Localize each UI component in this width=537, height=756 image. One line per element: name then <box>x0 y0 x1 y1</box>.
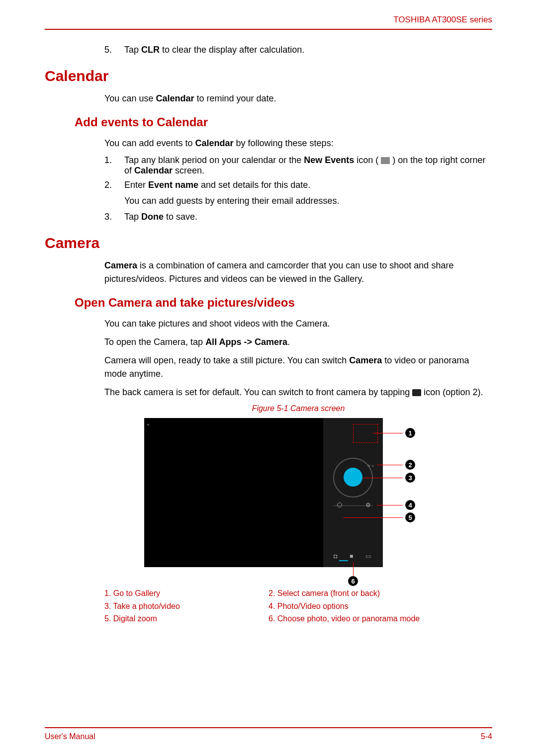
legend-left: 3. Take a photo/video <box>104 600 268 613</box>
calendar-step: 1.Tap any blank period on your calendar … <box>104 155 492 176</box>
camera-intro: Camera is a combination of camera and ca… <box>104 259 492 286</box>
mode-row: ◘ ■ ▭ <box>323 553 383 560</box>
callout-line-2 <box>377 465 403 465</box>
camera-p2: To open the Camera, tap All Apps -> Came… <box>104 336 492 349</box>
add-events-intro: You can add events to Calendar by follow… <box>104 137 492 150</box>
legend-right: 4. Photo/Video options <box>268 600 492 613</box>
callout-3: 3 <box>405 473 415 483</box>
camera-viewfinder: ▫ <box>144 418 323 567</box>
mode-underline <box>339 560 348 561</box>
panorama-mode-icon: ▭ <box>365 553 372 560</box>
camera-heading: Camera <box>45 235 492 252</box>
footer-right: 5-4 <box>481 732 492 741</box>
page-header: TOSHIBA AT300SE series <box>45 15 492 30</box>
callout-line-1 <box>373 433 403 433</box>
camera-frame: ▫ + ▫ ⚙ ◘ ■ ▭ <box>144 418 383 567</box>
camera-screenshot: ▫ + ▫ ⚙ ◘ ■ ▭ 1 2 3 <box>144 418 433 577</box>
camera-p4: The back camera is set for default. You … <box>104 386 492 399</box>
calendar-step: 2.Enter Event name and set details for t… <box>104 180 492 190</box>
focus-box <box>353 424 378 443</box>
step-number: 3. <box>104 212 124 222</box>
calc-step-5: 5. Tap CLR to clear the display after ca… <box>104 45 492 55</box>
callout-6: 6 <box>348 576 358 586</box>
step-text: Tap Done to save. <box>124 212 492 222</box>
zoom-handle <box>337 503 342 507</box>
callout-line-6 <box>353 562 354 577</box>
callout-5: 5 <box>405 512 415 522</box>
product-name: TOSHIBA AT300SE series <box>393 15 492 24</box>
legend-row: 1. Go to Gallery2. Select camera (front … <box>104 587 492 600</box>
camera-p3: Camera will open, ready to take a still … <box>104 354 492 381</box>
gallery-icon: ▫ <box>147 421 149 428</box>
legend-right: 6. Choose photo, video or panorama mode <box>268 612 492 625</box>
legend-left: 1. Go to Gallery <box>104 587 268 600</box>
callout-line-4 <box>377 505 403 505</box>
callout-4: 4 <box>405 500 415 510</box>
legend-right: 2. Select camera (front or back) <box>268 587 492 600</box>
calendar-intro: You can use Calendar to remind your date… <box>104 92 492 105</box>
legend-row: 5. Digital zoom6. Choose photo, video or… <box>104 612 492 625</box>
figure-legend: 1. Go to Gallery2. Select camera (front … <box>104 587 492 625</box>
callout-2: 2 <box>405 460 415 470</box>
step-text: Tap CLR to clear the display after calcu… <box>124 45 492 55</box>
camera-p1: You can take pictures and shoot videos w… <box>104 317 492 331</box>
calendar-step: 3.Tap Done to save. <box>104 212 492 222</box>
step-text: Enter Event name and set details for thi… <box>124 180 492 190</box>
step-subtext: You can add guests by entering their ema… <box>124 194 492 208</box>
figure-caption: Figure 5-1 Camera screen <box>104 404 492 413</box>
camera-sidebar: + ▫ ⚙ ◘ ■ ▭ <box>323 418 383 567</box>
photo-mode-icon: ◘ <box>334 553 341 560</box>
video-mode-icon: ■ <box>350 553 357 560</box>
step-number: 5. <box>104 45 124 55</box>
page-footer: User's Manual 5-4 <box>45 727 492 741</box>
callout-1: 1 <box>405 428 415 438</box>
add-events-heading: Add events to Calendar <box>75 115 492 129</box>
callout-line-3 <box>363 478 403 478</box>
step-number: 2. <box>104 180 124 190</box>
footer-left: User's Manual <box>45 732 95 741</box>
new-events-icon <box>381 157 390 164</box>
camera-switch-icon <box>412 389 421 396</box>
step-text: Tap any blank period on your calendar or… <box>124 155 492 176</box>
options-icon: ⚙ <box>365 502 371 508</box>
calendar-heading: Calendar <box>45 68 492 84</box>
callout-line-5 <box>343 517 403 518</box>
legend-row: 3. Take a photo/video4. Photo/Video opti… <box>104 600 492 613</box>
shutter-button <box>344 468 362 487</box>
legend-left: 5. Digital zoom <box>104 612 268 625</box>
open-camera-heading: Open Camera and take pictures/videos <box>75 296 492 310</box>
step-number: 1. <box>104 155 124 176</box>
